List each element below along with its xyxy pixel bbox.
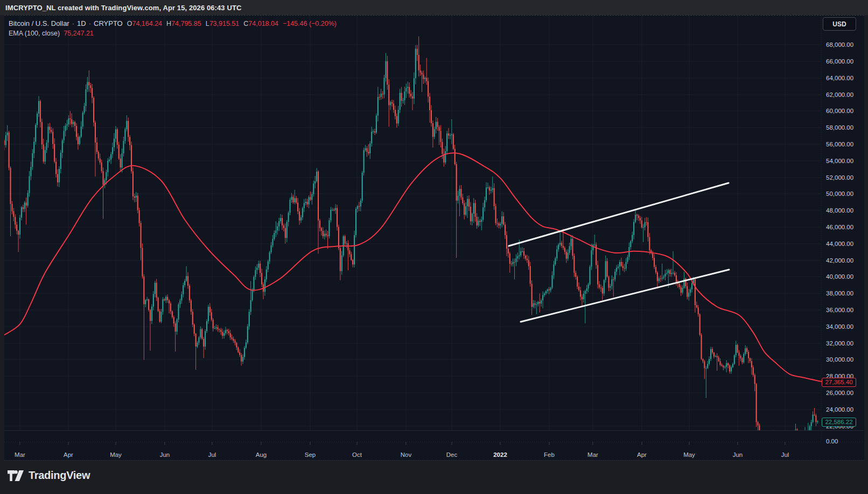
price-axis-label: 50,000.00 bbox=[826, 189, 864, 198]
separator-dot: · bbox=[72, 19, 74, 28]
time-axis-label: Mar bbox=[587, 450, 598, 460]
price-axis-label: 30,000.00 bbox=[826, 355, 864, 364]
indicator-row: EMA (100, close) 75,247.21 bbox=[9, 29, 337, 38]
price-axis-label: 38,000.00 bbox=[826, 289, 864, 298]
time-axis-label: Jul bbox=[781, 450, 789, 460]
indicator-name[interactable]: EMA (100, close) bbox=[9, 29, 60, 38]
symbol-row: Bitcoin / U.S. Dollar · 1D · CRYPTO O74,… bbox=[9, 19, 337, 28]
tradingview-logo-text: TradingView bbox=[29, 469, 90, 482]
time-axis-label: Sep bbox=[305, 450, 316, 460]
time-axis-label: Oct bbox=[352, 450, 362, 460]
symbol-title[interactable]: Bitcoin / U.S. Dollar bbox=[9, 19, 69, 28]
watermark-bar: IMCRYPTO_NL created with TradingView.com… bbox=[0, 0, 868, 15]
price-axis-label: 32,000.00 bbox=[826, 339, 864, 348]
ema-price-flag: 27,365.40 bbox=[822, 378, 856, 387]
time-axis-label: 2022 bbox=[493, 450, 507, 460]
tradingview-logo[interactable]: TradingView bbox=[8, 469, 90, 482]
time-axis-label: Nov bbox=[401, 450, 411, 460]
price-axis-label: 24,000.00 bbox=[826, 405, 864, 414]
price-axis-label: 40,000.00 bbox=[826, 272, 864, 281]
time-axis-label: Feb bbox=[544, 450, 555, 460]
separator-dot: · bbox=[89, 19, 91, 28]
price-axis-label: 60,000.00 bbox=[826, 107, 864, 115]
time-axis-label: Apr bbox=[637, 450, 647, 460]
last-price-flag: 22,586.22 bbox=[822, 418, 856, 427]
price-axis-label: 52,000.00 bbox=[826, 173, 864, 182]
price-axis-label: 44,000.00 bbox=[826, 239, 864, 248]
currency-button[interactable]: USD bbox=[823, 17, 856, 31]
ohlc-low: L73,915.51 bbox=[206, 19, 240, 28]
tradingview-logo-icon bbox=[8, 470, 24, 482]
chart-widget: Bitcoin / U.S. Dollar · 1D · CRYPTO O74,… bbox=[4, 15, 864, 461]
time-axis-label: Aug bbox=[256, 450, 267, 460]
price-axis-label: 56,000.00 bbox=[826, 140, 864, 149]
price-axis-label: 42,000.00 bbox=[826, 256, 864, 265]
price-axis-label: 64,000.00 bbox=[826, 74, 864, 82]
time-axis-label: May bbox=[110, 450, 122, 460]
watermark-text: IMCRYPTO_NL created with TradingView.com… bbox=[5, 4, 241, 12]
price-axis-label: 0.00 bbox=[826, 437, 864, 446]
price-axis-label: 36,000.00 bbox=[826, 306, 864, 314]
tradingview-chart-screenshot: IMCRYPTO_NL created with TradingView.com… bbox=[0, 0, 868, 494]
time-axis-label: Jun bbox=[160, 450, 170, 460]
price-axis-label: 26,000.00 bbox=[826, 389, 864, 397]
ohlc-open: O74,164.24 bbox=[127, 19, 162, 28]
price-axis-label: 34,000.00 bbox=[826, 322, 864, 331]
ohlc-close: C74,018.04 bbox=[243, 19, 278, 28]
ohlc-high: H74,795.85 bbox=[166, 19, 201, 28]
time-axis-label: Dec bbox=[446, 450, 457, 460]
time-axis-label: Jun bbox=[733, 450, 743, 460]
interval-label[interactable]: 1D bbox=[77, 19, 86, 28]
price-axis-label: 66,000.00 bbox=[826, 57, 864, 66]
price-axis-label: 68,000.00 bbox=[826, 40, 864, 49]
price-axis-label: 46,000.00 bbox=[826, 223, 864, 231]
price-axis-label: 54,000.00 bbox=[826, 157, 864, 165]
change-value: −145.46 (−0.20%) bbox=[283, 19, 337, 28]
chart-legend: Bitcoin / U.S. Dollar · 1D · CRYPTO O74,… bbox=[9, 19, 337, 39]
price-axis-label: 48,000.00 bbox=[826, 206, 864, 215]
time-axis-label: Jul bbox=[208, 450, 216, 460]
price-axis-label: 62,000.00 bbox=[826, 90, 864, 99]
time-axis-label: Mar bbox=[15, 450, 25, 460]
price-axis-label: 58,000.00 bbox=[826, 123, 864, 132]
time-axis-label: Apr bbox=[64, 450, 73, 460]
time-axis-label: May bbox=[683, 450, 695, 460]
exchange-label: CRYPTO bbox=[94, 19, 123, 28]
candlestick-plot[interactable] bbox=[4, 16, 864, 461]
indicator-value: 75,247.21 bbox=[64, 29, 94, 38]
